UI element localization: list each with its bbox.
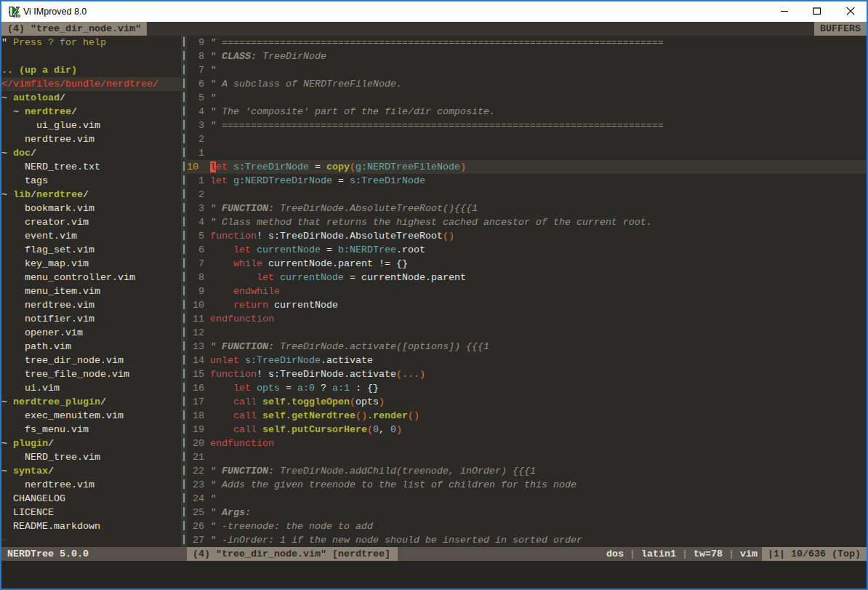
svg-text:im: im: [14, 12, 20, 18]
